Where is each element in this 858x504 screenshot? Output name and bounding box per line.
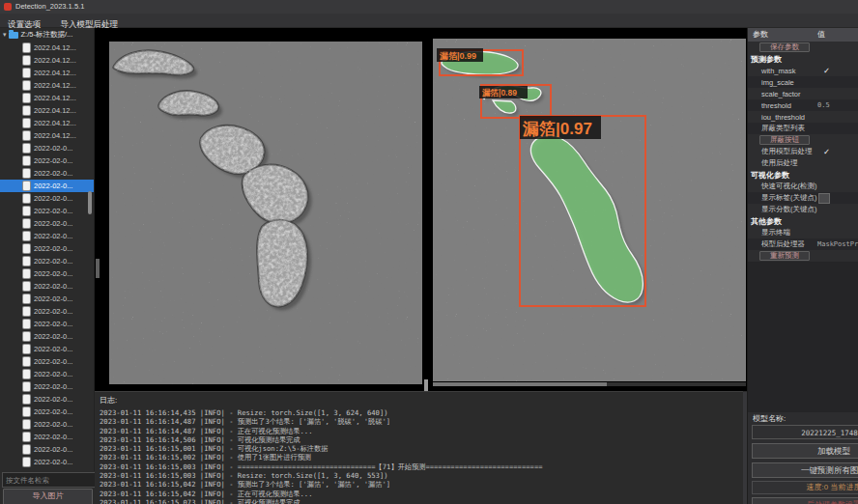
- tree-item[interactable]: 2022-02-0...: [0, 355, 94, 368]
- param-row[interactable]: 模型后处理器MaskPostPro: [748, 238, 858, 250]
- tree-item[interactable]: 2022-02-0...: [0, 154, 94, 167]
- load-model-button[interactable]: 加载模型: [752, 443, 858, 459]
- param-section: 预测参数: [748, 53, 858, 65]
- param-row[interactable]: 使用模型后处理✓: [748, 146, 858, 157]
- tree-item[interactable]: 2022-02-0...: [0, 167, 94, 180]
- checkmark-icon[interactable]: ✓: [823, 66, 830, 75]
- tree-item-label: 2022-02-0...: [34, 269, 72, 278]
- postprocess-settings-button[interactable]: 后处理参数设置: [752, 497, 858, 504]
- file-icon: [23, 81, 30, 90]
- tree-item[interactable]: 2022.04.12...: [0, 92, 94, 104]
- tree-item[interactable]: 2022.04.12...: [0, 117, 94, 129]
- param-button[interactable]: 保存参数: [759, 42, 810, 52]
- prediction-image-view[interactable]: 漏箔|0.99 漏箔|0.89 漏箔|0.97: [433, 39, 746, 381]
- param-row[interactable]: with_mask✓: [748, 65, 858, 76]
- tree-item-label: 2022.04.12...: [34, 94, 76, 102]
- param-value[interactable]: 0.5: [817, 101, 830, 109]
- tree-item[interactable]: 2022.04.12...: [0, 42, 94, 54]
- tree-item-label: 2022.04.12...: [34, 69, 76, 77]
- value-header-label: 值: [817, 28, 825, 42]
- file-icon: [23, 131, 30, 140]
- tree-item-label: 2022-02-0...: [34, 420, 72, 429]
- raw-image-view[interactable]: [109, 42, 422, 384]
- file-tree: 2022.04.12...2022.04.12...2022.04.12...2…: [0, 42, 94, 468]
- tree-item-label: 2022-02-0...: [34, 382, 72, 391]
- param-row[interactable]: 显示终端: [748, 227, 858, 238]
- predict-all-button[interactable]: 一键预测所有图片: [752, 462, 858, 478]
- tree-item-label: 2022-02-0...: [34, 407, 72, 416]
- tree-item[interactable]: 2022-02-0...: [0, 142, 94, 154]
- param-button[interactable]: 屏蔽按钮: [759, 135, 810, 145]
- param-label: with_mask: [748, 67, 795, 75]
- image-vscrollbar-thumb[interactable]: [96, 259, 100, 278]
- param-button[interactable]: 重新预测: [759, 251, 810, 261]
- param-row[interactable]: iou_threshold: [748, 111, 858, 123]
- param-row[interactable]: 使用后处理: [748, 157, 858, 169]
- tree-item[interactable]: 2022-02-0...: [0, 318, 94, 330]
- tree-item[interactable]: 2022-02-0...: [0, 242, 94, 255]
- tree-item[interactable]: 2022-02-0...: [0, 443, 94, 456]
- tree-item[interactable]: 2022.04.12...: [0, 104, 94, 117]
- tree-item[interactable]: 2022-02-0...: [0, 418, 94, 431]
- tree-item[interactable]: 2022-02-0...: [0, 305, 94, 318]
- tree-item[interactable]: 2022.04.12...: [0, 79, 94, 92]
- tree-item[interactable]: 2022.04.12...: [0, 54, 94, 67]
- tree-item-label: 2022-02-0...: [34, 345, 72, 353]
- file-icon: [23, 119, 30, 127]
- param-row[interactable]: 显示分数(关键点): [748, 204, 858, 215]
- tree-item[interactable]: 2022-02-0...: [0, 180, 94, 192]
- file-icon: [23, 382, 30, 391]
- tree-item[interactable]: 2022-02-0...: [0, 255, 94, 267]
- tree-item[interactable]: 2022-02-0...: [0, 406, 94, 418]
- tree-item-label: 2022-02-0...: [34, 357, 72, 366]
- file-icon: [23, 320, 30, 328]
- expand-arrow-icon[interactable]: ▾: [3, 31, 7, 39]
- param-section: 其他参数: [748, 215, 858, 227]
- tree-item[interactable]: 2022.04.12...: [0, 67, 94, 79]
- tree-item[interactable]: 2022-02-0...: [0, 192, 94, 205]
- model-name-field[interactable]: 20221225_174813: [752, 425, 858, 439]
- file-tree-panel[interactable]: ▾ Z:/5-标注数据/... 2022.04.12...2022.04.12.…: [0, 28, 95, 471]
- param-row[interactable]: 屏蔽类型列表: [748, 123, 858, 134]
- param-table-header: 参数 值: [748, 28, 858, 42]
- file-icon: [23, 357, 30, 366]
- log-line: 2023-01-11 16:16:14,487 |INFO| - 预测出了3个结…: [100, 417, 743, 426]
- app-window: Detection_2023.1.5.1 设置选项 导入模型后处理 ▾ Z:/5…: [0, 0, 858, 504]
- tree-item[interactable]: 2022-02-0...: [0, 431, 94, 443]
- param-value[interactable]: MaskPostPro: [817, 240, 858, 248]
- image-hscrollbar-thumb[interactable]: [433, 382, 607, 386]
- tree-item[interactable]: 2022-02-0...: [0, 343, 94, 355]
- search-input[interactable]: [2, 472, 97, 488]
- tree-root[interactable]: ▾ Z:/5-标注数据/...: [0, 28, 94, 42]
- tree-item[interactable]: 2022-02-0...: [0, 293, 94, 305]
- tree-item[interactable]: 2022-02-0...: [0, 230, 94, 242]
- checkbox[interactable]: [818, 193, 830, 204]
- tree-item[interactable]: 2022-02-0...: [0, 267, 94, 280]
- tree-scrollbar[interactable]: [88, 191, 92, 214]
- tree-item-label: 2022.04.12...: [34, 81, 76, 90]
- tree-item[interactable]: 2022-02-0...: [0, 280, 94, 293]
- param-row[interactable]: img_scale: [748, 76, 858, 88]
- tree-item[interactable]: 2022-02-0...: [0, 393, 94, 406]
- param-row[interactable]: scale_factor: [748, 88, 858, 99]
- tree-item[interactable]: 2022-02-0...: [0, 330, 94, 343]
- file-icon: [23, 282, 30, 291]
- raw-image: [109, 42, 422, 384]
- tree-item-label: 2022.04.12...: [34, 106, 76, 115]
- tree-item-label: 2022-02-0...: [34, 307, 72, 316]
- file-icon: [23, 244, 30, 253]
- param-row[interactable]: threshold0.5: [748, 99, 858, 111]
- log-line: 2023-01-11 16:16:15,001 |INFO| - 可视化json…: [100, 444, 743, 453]
- tree-item[interactable]: 2022-02-0...: [0, 205, 94, 217]
- tree-item[interactable]: 2022-02-0...: [0, 456, 94, 468]
- tree-item[interactable]: 2022.04.12...: [0, 129, 94, 142]
- tree-item-label: 2022-02-0...: [34, 232, 72, 240]
- tree-item[interactable]: 2022-02-0...: [0, 368, 94, 380]
- log-panel[interactable]: 日志: 2023-01-11 16:16:14,435 |INFO| - Res…: [95, 391, 743, 504]
- param-row[interactable]: 快速可视化(检测): [748, 181, 858, 192]
- param-row[interactable]: 显示标签(关键点): [748, 192, 858, 204]
- tree-item[interactable]: 2022-02-0...: [0, 380, 94, 393]
- checkmark-icon[interactable]: ✓: [823, 147, 830, 156]
- tree-item[interactable]: 2022-02-0...: [0, 217, 94, 230]
- import-images-button[interactable]: 导入图片: [3, 489, 93, 504]
